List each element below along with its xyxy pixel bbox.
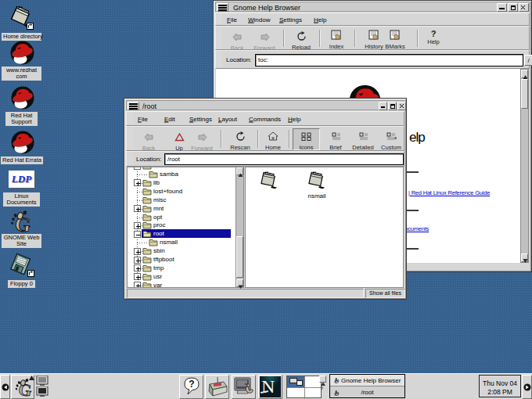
svg-text:?: ? [189,379,194,390]
